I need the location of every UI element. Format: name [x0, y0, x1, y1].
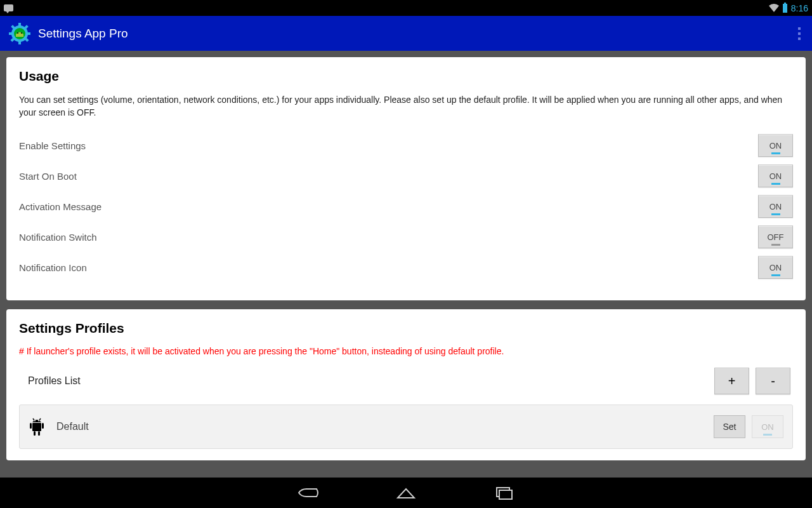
svg-line-18: [39, 418, 41, 420]
profile-name: Default: [56, 421, 89, 432]
profiles-note: # If launcher's profile exists, it will …: [19, 346, 793, 356]
usage-card: Usage You can set settings (volume, orie…: [6, 57, 806, 300]
svg-rect-14: [42, 423, 44, 429]
navigation-bar: [0, 478, 812, 508]
app-title: Settings App Pro: [38, 27, 128, 41]
home-button[interactable]: [395, 485, 417, 500]
setting-row-notif-switch: Notification Switch OFF: [19, 222, 793, 252]
svg-point-11: [21, 32, 22, 34]
svg-rect-16: [38, 431, 40, 436]
setting-label: Notification Icon: [19, 262, 87, 273]
setting-label: Enable Settings: [19, 140, 86, 151]
toggle-enable-settings[interactable]: ON: [758, 134, 793, 157]
setting-row-boot: Start On Boot ON: [19, 161, 793, 191]
profile-on-toggle-disabled: ON: [752, 415, 783, 438]
app-bar: Settings App Pro: [0, 16, 812, 51]
usage-description: You can set settings (volume, orientatio…: [19, 94, 793, 119]
toggle-notification-icon[interactable]: ON: [758, 256, 793, 279]
svg-point-10: [17, 32, 18, 34]
svg-line-17: [33, 418, 34, 420]
wifi-icon: [769, 4, 779, 12]
toggle-notification-switch[interactable]: OFF: [758, 225, 793, 248]
svg-rect-13: [30, 423, 32, 429]
remove-profile-button[interactable]: -: [756, 368, 790, 394]
setting-label: Start On Boot: [19, 171, 77, 182]
setting-row-enable: Enable Settings ON: [19, 130, 793, 161]
svg-point-20: [38, 420, 39, 422]
setting-row-notif-icon: Notification Icon ON: [19, 252, 793, 283]
svg-rect-1: [18, 23, 21, 27]
svg-rect-3: [9, 32, 13, 35]
notification-icon: [4, 4, 13, 11]
profiles-heading: Settings Profiles: [19, 321, 793, 336]
overflow-menu-button[interactable]: [796, 23, 803, 44]
profiles-card: Settings Profiles # If launcher's profil…: [6, 309, 806, 460]
setting-row-activation: Activation Message ON: [19, 191, 793, 222]
profile-item-default[interactable]: Default Set ON: [19, 404, 793, 449]
battery-icon: [783, 4, 787, 13]
app-icon: [9, 23, 30, 44]
svg-rect-2: [18, 41, 21, 44]
add-profile-button[interactable]: +: [714, 368, 749, 394]
clock: 8:16: [791, 3, 808, 13]
usage-heading: Usage: [19, 69, 793, 84]
status-bar: 8:16: [0, 0, 812, 16]
setting-label: Activation Message: [19, 201, 102, 212]
svg-rect-12: [32, 423, 41, 431]
svg-rect-4: [27, 32, 30, 35]
svg-rect-15: [34, 431, 36, 436]
setting-label: Notification Switch: [19, 232, 97, 243]
svg-point-19: [34, 420, 36, 422]
profiles-list-label: Profiles List: [22, 375, 81, 387]
recents-button[interactable]: [493, 485, 514, 500]
android-icon: [29, 417, 45, 436]
svg-rect-22: [499, 490, 512, 499]
toggle-start-on-boot[interactable]: ON: [758, 164, 793, 187]
toggle-activation-message[interactable]: ON: [758, 195, 793, 218]
profile-set-button[interactable]: Set: [714, 415, 745, 438]
back-button[interactable]: [298, 485, 319, 500]
